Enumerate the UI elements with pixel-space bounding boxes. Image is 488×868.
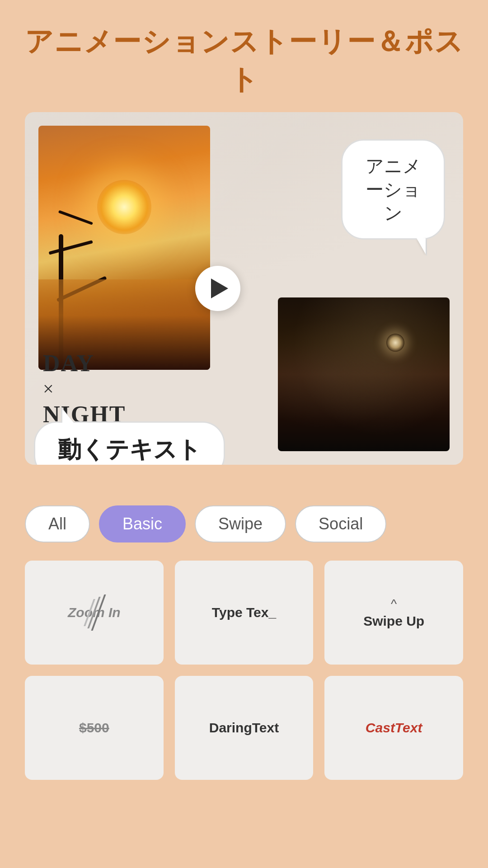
cloud-overlay xyxy=(278,297,450,451)
cast-text-label: CastText xyxy=(366,720,422,736)
tree-branch2 xyxy=(49,240,93,255)
cross-label: × xyxy=(43,377,126,400)
animation-item-type-text[interactable]: Type Tex_ xyxy=(175,561,314,665)
day-label: DAY xyxy=(43,349,126,377)
night-sky-image xyxy=(278,297,450,451)
tab-basic[interactable]: Basic xyxy=(99,505,186,542)
daring-text-label: DaringText xyxy=(209,720,279,736)
animated-text-bubble: 動くテキスト xyxy=(34,421,225,465)
filter-tabs: All Basic Swipe Social xyxy=(25,505,463,542)
zoom-lines-icon xyxy=(87,594,101,631)
tab-swipe[interactable]: Swipe xyxy=(195,505,286,542)
animation-item-daring-text[interactable]: DaringText xyxy=(175,676,314,780)
play-button[interactable] xyxy=(195,266,240,311)
speech-bubble: アニメーション xyxy=(341,139,445,240)
moon-glow xyxy=(386,334,404,352)
animated-text-label: 動くテキスト xyxy=(58,436,201,462)
header: アニメーションストーリー＆ポスト xyxy=(0,0,488,112)
filter-section: All Basic Swipe Social Zoom In Type Tex_… xyxy=(0,505,488,780)
animation-item-cast-text[interactable]: CastText xyxy=(324,676,463,780)
play-icon xyxy=(211,278,228,298)
tab-social[interactable]: Social xyxy=(295,505,386,542)
sun-glow xyxy=(97,180,151,234)
tab-all[interactable]: All xyxy=(25,505,90,542)
page-title: アニメーションストーリー＆ポスト xyxy=(18,23,470,99)
animation-item-zoom-in[interactable]: Zoom In xyxy=(25,561,164,665)
day-night-text: DAY × NIGHT xyxy=(43,349,126,429)
price-label: $500 xyxy=(79,720,109,736)
photo-bottom-right xyxy=(278,297,450,451)
type-text-label: Type Tex_ xyxy=(212,605,276,620)
sunset-image xyxy=(38,126,210,370)
preview-card: アニメーション DAY × NIGHT 動くテキスト xyxy=(25,112,463,465)
swipe-up-arrow-icon: ^ xyxy=(391,597,397,611)
animation-grid: Zoom In Type Tex_ ^ Swipe Up $500 Daring… xyxy=(25,561,463,780)
animation-item-price[interactable]: $500 xyxy=(25,676,164,780)
animation-item-swipe-up[interactable]: ^ Swipe Up xyxy=(324,561,463,665)
photo-top-left xyxy=(38,126,210,370)
speech-bubble-text: アニメーション xyxy=(366,156,421,223)
tree-branch3 xyxy=(58,210,93,225)
swipe-up-label: Swipe Up xyxy=(363,613,424,629)
